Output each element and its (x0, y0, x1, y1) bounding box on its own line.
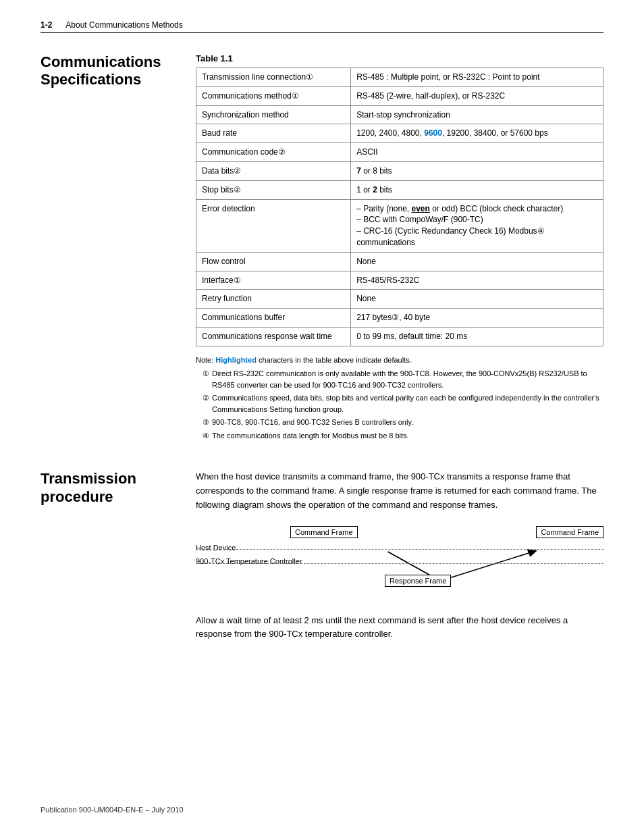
table-row: Data bits② 7 or 8 bits (196, 161, 603, 180)
svg-line-1 (443, 552, 533, 580)
note-item-1: ① Direct RS-232C communication is only a… (196, 368, 603, 390)
table-cell-value: 1200, 2400, 4800, 9600, 19200, 38400, or… (351, 124, 603, 143)
table-cell-param: Communications response wait time (196, 327, 351, 346)
table-row: Synchronization method Start-stop synchr… (196, 105, 603, 124)
highlight-7: 7 (356, 166, 361, 176)
section1-right: Table 1.1 Transmission line connection① … (196, 53, 603, 443)
table-cell-param: Communications buffer (196, 309, 351, 328)
response-frame-box: Response Frame (385, 575, 451, 587)
table-cell-value: 217 bytes③, 40 byte (351, 309, 603, 328)
table-row: Communications method① RS-485 (2-wire, h… (196, 86, 603, 105)
controller-label: 900-TCx Temperature Controller (196, 557, 302, 565)
highlight-9600: 9600 (424, 128, 442, 138)
notes-section: Note: Highlighted characters in the tabl… (196, 355, 603, 442)
header-title: About Communications Methods (65, 20, 182, 30)
table-row: Communications response wait time 0 to 9… (196, 327, 603, 346)
note-item-4: ④ The communications data length for Mod… (196, 430, 603, 442)
table-cell-value: 0 to 99 ms, default time: 20 ms (351, 327, 603, 346)
table-cell-value: None (351, 252, 603, 271)
note-highlighted-word: Highlighted (215, 356, 257, 364)
table-label: Table 1.1 (196, 53, 603, 63)
note-item-2: ② Communications speed, data bits, stop … (196, 392, 603, 415)
table-row: Interface① RS-485/RS-232C (196, 271, 603, 290)
section2-title: Transmission procedure (41, 470, 176, 506)
cmd-frame-box-1: Command Frame (290, 526, 358, 538)
section2-cols: Transmission procedure When the host dev… (41, 470, 603, 642)
table-cell-value: ASCII (351, 143, 603, 162)
table-cell-param: Transmission line connection① (196, 68, 351, 87)
controller-line (196, 563, 603, 564)
note-item-3: ③ 900-TC8, 900-TC16, and 900-TC32 Series… (196, 417, 603, 428)
table-cell-value: RS-485 (2-wire, half-duplex), or RS-232C (351, 86, 603, 105)
highlight-2: 2 (373, 185, 377, 194)
table-cell-param: Stop bits② (196, 180, 351, 199)
table-row: Communication code② ASCII (196, 143, 603, 162)
cmd-frame-box-2: Command Frame (536, 526, 603, 538)
table-cell-param: Communication code② (196, 143, 351, 162)
page: 1-2 About Communications Methods Communi… (0, 0, 644, 834)
table-row: Retry function None (196, 290, 603, 309)
spec-table: Transmission line connection① RS-485 : M… (196, 68, 603, 346)
transmission-diagram: Command Frame Command Frame Host Device (196, 526, 603, 600)
arrow-diagram (196, 538, 603, 599)
note-header: Note: Highlighted characters in the tabl… (196, 355, 603, 366)
section1-layout: Communications Specifications Table 1.1 … (41, 53, 603, 443)
footer-text: Publication 900-UM004D-EN-E – July 2010 (41, 806, 184, 814)
table-cell-param: Communications method① (196, 86, 351, 105)
transmission-body-text: When the host device transmits a command… (196, 470, 603, 512)
header-page-num: 1-2 (41, 20, 52, 30)
table-cell-param: Error detection (196, 199, 351, 252)
table-cell-value: 1 or 2 bits (351, 180, 603, 199)
table-cell-value: RS-485 : Multiple point, or RS-232C : Po… (351, 68, 603, 87)
table-cell-value: – Parity (none, even or odd) BCC (block … (351, 199, 603, 252)
table-cell-param: Interface① (196, 271, 351, 290)
section2-left: Transmission procedure (41, 470, 176, 513)
table-row: Error detection – Parity (none, even or … (196, 199, 603, 252)
table-cell-param: Synchronization method (196, 105, 351, 124)
table-cell-param: Retry function (196, 290, 351, 309)
table-cell-value: None (351, 290, 603, 309)
table-row: Communications buffer 217 bytes③, 40 byt… (196, 309, 603, 328)
header-bar: 1-2 About Communications Methods (41, 20, 603, 33)
table-row: Stop bits② 1 or 2 bits (196, 180, 603, 199)
table-cell-param: Baud rate (196, 124, 351, 143)
section1-title: Communications Specifications (41, 53, 176, 89)
table-row: Transmission line connection① RS-485 : M… (196, 68, 603, 87)
table-row: Baud rate 1200, 2400, 4800, 9600, 19200,… (196, 124, 603, 143)
section1-left: Communications Specifications (41, 53, 176, 443)
table-cell-value: 7 or 8 bits (351, 161, 603, 180)
footer: Publication 900-UM004D-EN-E – July 2010 (41, 806, 603, 814)
highlight-even: even (412, 204, 430, 213)
section2-right: When the host device transmits a command… (196, 470, 603, 642)
table-row: Flow control None (196, 252, 603, 271)
wait-text: Allow a wait time of at least 2 ms until… (196, 614, 603, 642)
section2-layout: Transmission procedure When the host dev… (41, 470, 603, 642)
table-cell-param: Data bits② (196, 161, 351, 180)
table-cell-value: RS-485/RS-232C (351, 271, 603, 290)
table-cell-value: Start-stop synchronization (351, 105, 603, 124)
table-cell-param: Flow control (196, 252, 351, 271)
